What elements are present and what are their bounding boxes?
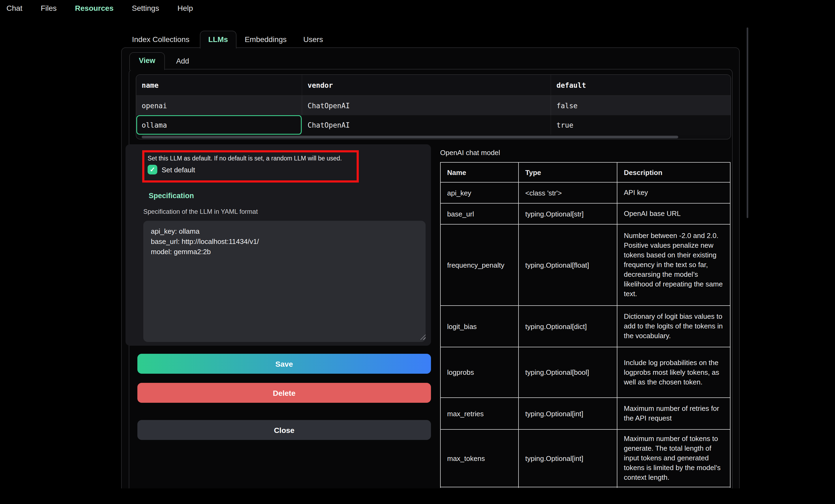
set-default-checkbox[interactable]: ✓ (148, 165, 157, 174)
param-row-api-key: api_key <class 'str'> API key (441, 182, 730, 203)
close-button[interactable]: Close (137, 420, 431, 440)
set-default-row: ✓ Set default (148, 165, 353, 174)
param-type: typing.Optional[bool] (518, 347, 617, 398)
param-table: Name Type Description api_key <class 'st… (440, 162, 731, 488)
param-name: frequency_penalty (441, 224, 518, 306)
param-row-frequency-penalty: frequency_penalty typing.Optional[float]… (441, 224, 730, 306)
tab-users[interactable]: Users (303, 31, 323, 48)
param-type: typing.Optional[int] (518, 398, 617, 429)
cell-vendor[interactable]: ChatOpenAI (302, 115, 551, 134)
param-description: Include log probabilities on the logprob… (617, 347, 730, 398)
cell-default[interactable]: true (551, 115, 731, 134)
column-header-vendor: vendor (302, 75, 551, 95)
param-row-logprobs: logprobs typing.Optional[bool] Include l… (441, 347, 730, 398)
column-header-default: default (551, 75, 731, 95)
checkmark-icon: ✓ (150, 166, 155, 173)
horizontal-scrollbar-thumb[interactable] (142, 136, 678, 139)
yaml-specification-textarea[interactable]: api_key: ollama base_url: http://localho… (143, 221, 426, 342)
param-name: base_url (441, 203, 518, 224)
annotation-red-box: Set this LLM as default. If no default i… (142, 150, 359, 183)
specification-description: Specification of the LLM in YAML format (143, 208, 258, 215)
nav-item-chat[interactable]: Chat (6, 4, 22, 13)
param-name: logit_bias (441, 306, 518, 347)
param-row-logit-bias: logit_bias typing.Optional[dict] Diction… (441, 306, 730, 347)
delete-button[interactable]: Delete (137, 383, 431, 403)
app-window: Chat Files Resources Settings Help Index… (0, 0, 835, 504)
llm-detail-panel: Set this LLM as default. If no default i… (125, 144, 431, 346)
tab-view[interactable]: View (129, 52, 165, 70)
specification-heading: Specification (149, 192, 194, 200)
column-header-type: Type (518, 162, 617, 182)
param-description: Maximum number of retries for the API re… (617, 398, 730, 429)
horizontal-scrollbar[interactable] (136, 134, 731, 140)
param-name: max_tokens (441, 429, 518, 487)
param-row-max-retries: max_retries typing.Optional[int] Maximum… (441, 398, 730, 429)
tab-add[interactable]: Add (176, 52, 189, 69)
table-row-ollama-selected[interactable]: ollama ChatOpenAI true (136, 115, 731, 134)
param-name: max_retries (441, 398, 518, 429)
tab-index-collections[interactable]: Index Collections (132, 31, 189, 48)
llm-list-table: name vendor default openai ChatOpenAI fa… (136, 74, 731, 140)
nav-item-resources[interactable]: Resources (75, 4, 114, 13)
table-row-openai[interactable]: openai ChatOpenAI false (136, 96, 731, 115)
top-nav: Chat Files Resources Settings Help (0, 0, 193, 16)
param-description: OpenAI base URL (617, 203, 730, 224)
resource-tabs: Index Collections LLMs Embeddings Users (132, 31, 323, 48)
vertical-scrollbar-thumb[interactable] (747, 27, 748, 218)
param-description: Number between -2.0 and 2.0. Positive va… (617, 224, 730, 306)
cell-vendor[interactable]: ChatOpenAI (302, 96, 551, 115)
param-row-base-url: base_url typing.Optional[str] OpenAI bas… (441, 203, 730, 224)
param-description: Maximum number of tokens to generate. Th… (617, 429, 730, 487)
nav-item-settings[interactable]: Settings (132, 4, 159, 13)
param-type: typing.Optional[str] (518, 203, 617, 224)
param-row-max-tokens: max_tokens typing.Optional[int] Maximum … (441, 429, 730, 487)
param-table-container: Name Type Description api_key <class 'st… (440, 162, 731, 488)
cell-default[interactable]: false (551, 96, 731, 115)
set-default-note: Set this LLM as default. If no default i… (148, 154, 353, 162)
column-header-name: name (136, 75, 302, 95)
param-type: typing.Optional[float] (518, 224, 617, 306)
cell-name-selected[interactable]: ollama (136, 115, 302, 134)
tab-embeddings[interactable]: Embeddings (245, 31, 287, 48)
cell-name[interactable]: openai (136, 96, 302, 115)
param-table-header: Name Type Description (441, 162, 730, 182)
param-type: typing.Optional[int] (518, 429, 617, 487)
param-description: API key (617, 182, 730, 203)
param-name: logprobs (441, 347, 518, 398)
param-panel-title: OpenAI chat model (440, 149, 500, 157)
tab-llms[interactable]: LLMs (200, 30, 237, 48)
param-type: <class 'str'> (518, 182, 617, 203)
param-name: api_key (441, 182, 518, 203)
set-default-label: Set default (162, 166, 195, 174)
llm-table-header: name vendor default (136, 75, 731, 96)
view-add-tabs: View Add (129, 52, 189, 69)
column-header-name: Name (441, 162, 518, 182)
param-type: typing.Optional[dict] (518, 306, 617, 347)
param-row-partial (441, 487, 730, 488)
save-button[interactable]: Save (137, 354, 431, 374)
column-header-description: Description (617, 162, 730, 182)
param-description: Dictionary of logit bias values to add t… (617, 306, 730, 347)
nav-item-files[interactable]: Files (41, 4, 57, 13)
nav-item-help[interactable]: Help (178, 4, 193, 13)
